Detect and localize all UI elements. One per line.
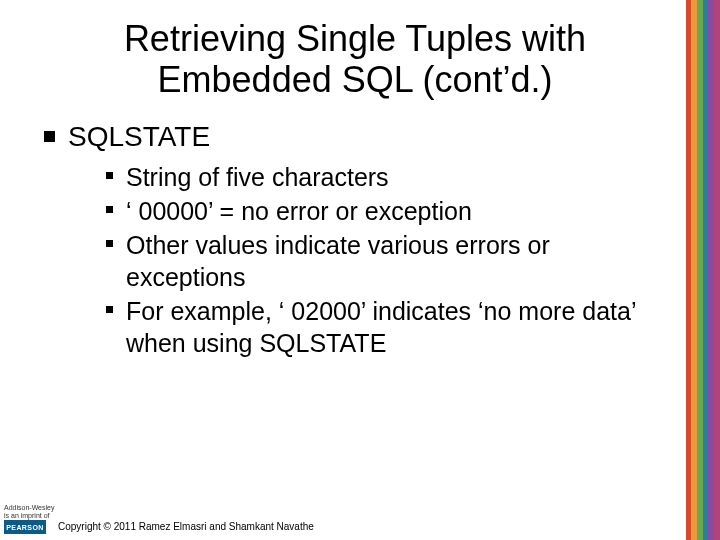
list-item: Other values indicate various errors or … bbox=[104, 229, 670, 293]
publisher-line2: is an imprint of bbox=[4, 512, 50, 519]
publisher-badge: Addison-Wesley is an imprint of PEARSON bbox=[4, 504, 54, 534]
publisher-line1: Addison-Wesley bbox=[4, 504, 54, 511]
inner-list: String of five characters ‘ 00000’ = no … bbox=[68, 161, 670, 359]
slide: Retrieving Single Tuples with Embedded S… bbox=[0, 0, 720, 540]
side-art-stripes bbox=[686, 0, 720, 540]
slide-title: Retrieving Single Tuples with Embedded S… bbox=[40, 18, 670, 101]
outer-item-label: SQLSTATE bbox=[68, 121, 210, 152]
brand-logo: PEARSON bbox=[4, 520, 46, 534]
outer-list: SQLSTATE String of five characters ‘ 000… bbox=[40, 121, 670, 359]
list-item: ‘ 00000’ = no error or exception bbox=[104, 195, 670, 227]
footer: Addison-Wesley is an imprint of PEARSON … bbox=[0, 496, 720, 540]
copyright-text: Copyright © 2011 Ramez Elmasri and Shamk… bbox=[58, 521, 314, 532]
list-item: For example, ‘ 02000’ indicates ‘no more… bbox=[104, 295, 670, 359]
list-item: String of five characters bbox=[104, 161, 670, 193]
outer-item-sqlstate: SQLSTATE String of five characters ‘ 000… bbox=[40, 121, 670, 359]
